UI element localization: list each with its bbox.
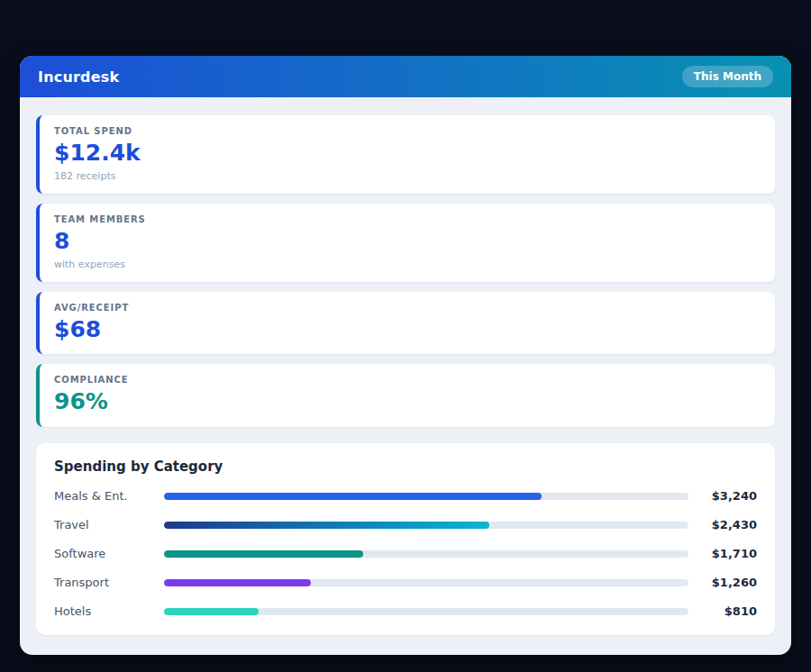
stat-card-avg-receipt: AVG/RECEIPT $68 — [36, 292, 775, 355]
spending-by-category-card: Spending by Category Meals & Ent. $3,240… — [36, 443, 775, 635]
category-label: Meals & Ent. — [54, 489, 160, 503]
bar-fill — [164, 522, 489, 529]
category-label: Travel — [54, 518, 160, 531]
bar-track — [164, 579, 688, 586]
stat-card-compliance: COMPLIANCE 96% — [36, 364, 775, 427]
app-title: Incurdesk — [38, 68, 119, 86]
dashboard-panel: Incurdesk This Month TOTAL SPEND $12.4k … — [20, 56, 791, 655]
chart-title: Spending by Category — [54, 459, 757, 475]
bar-fill — [164, 493, 542, 500]
stat-value: 8 — [54, 229, 761, 255]
bar-fill — [164, 550, 363, 558]
stat-value: $68 — [54, 317, 761, 343]
stat-value: $12.4k — [54, 141, 761, 167]
stat-card-team-members: TEAM MEMBERS 8 with expenses — [36, 204, 775, 282]
category-value: $810 — [692, 604, 757, 618]
stat-label: AVG/RECEIPT — [54, 303, 761, 313]
bar-track — [164, 550, 688, 558]
bar-track — [164, 493, 688, 500]
category-value: $2,430 — [692, 518, 757, 531]
category-label: Hotels — [54, 604, 160, 618]
category-value: $1,710 — [692, 547, 757, 560]
category-label: Transport — [54, 576, 160, 589]
category-row-hotels: Hotels $810 — [54, 604, 757, 618]
category-value: $1,260 — [692, 576, 757, 589]
chart-rows: Meals & Ent. $3,240 Travel $2,430 Softwa… — [54, 489, 757, 618]
category-row-transport: Transport $1,260 — [54, 576, 757, 589]
category-row-meals: Meals & Ent. $3,240 — [54, 489, 757, 503]
stat-label: COMPLIANCE — [54, 375, 761, 385]
category-row-software: Software $1,710 — [54, 547, 757, 560]
dashboard-content: TOTAL SPEND $12.4k 182 receipts TEAM MEM… — [20, 97, 791, 655]
stat-value: 96% — [54, 389, 761, 415]
bar-fill — [164, 608, 259, 615]
stat-subtext: 182 receipts — [54, 170, 761, 182]
category-value: $3,240 — [692, 489, 757, 503]
stat-label: TOTAL SPEND — [54, 126, 761, 136]
category-label: Software — [54, 547, 160, 560]
stat-card-total-spend: TOTAL SPEND $12.4k 182 receipts — [36, 115, 775, 194]
bar-track — [164, 522, 688, 529]
app-header: Incurdesk This Month — [20, 56, 791, 97]
category-row-travel: Travel $2,430 — [54, 518, 757, 531]
bar-fill — [164, 579, 311, 586]
stat-label: TEAM MEMBERS — [54, 214, 761, 224]
bar-track — [164, 608, 688, 615]
stat-subtext: with expenses — [54, 259, 761, 270]
period-badge[interactable]: This Month — [682, 66, 773, 87]
